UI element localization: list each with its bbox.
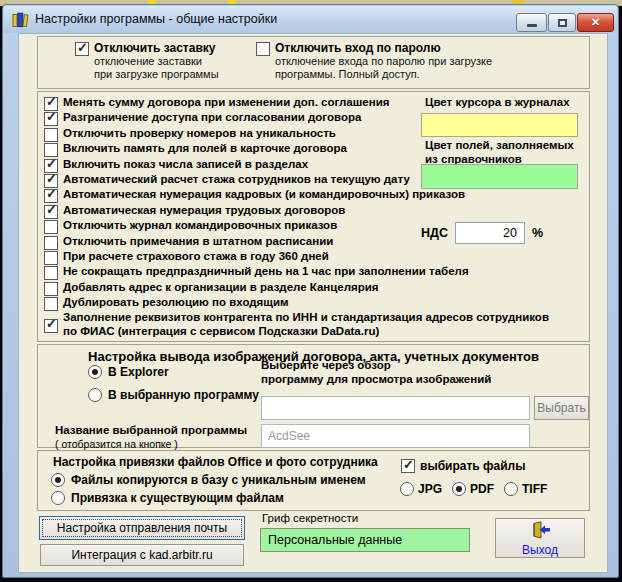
radio-custom-circle[interactable] (88, 388, 102, 402)
office-files-header: Настройка привязки файлов Office и фото … (53, 455, 378, 469)
cursor-color-swatch[interactable] (421, 113, 578, 137)
ref-fields-color-swatch[interactable] (421, 164, 578, 189)
close-icon: ✕ (591, 17, 600, 28)
vat-row: НДС 20 % (421, 222, 543, 244)
cursor-color-label: Цвет курсора в журналах (425, 96, 590, 110)
disable-splash-label: Отключить заставку (94, 42, 219, 55)
checkbox-label: Отключить журнал командировочных приказо… (63, 219, 337, 233)
settings-checkbox-row[interactable]: Автоматическая нумерация кадровых (и ком… (44, 188, 549, 203)
checkbox[interactable] (44, 266, 58, 280)
disable-password-checkbox[interactable] (256, 42, 270, 56)
radio-format-jpg[interactable]: JPG (400, 482, 442, 496)
vat-input[interactable]: 20 (455, 222, 525, 244)
kad-arbitr-button[interactable]: Интеграция с kad.arbitr.ru (40, 544, 244, 566)
books-app-icon (12, 12, 29, 28)
window-controls: ✕ (516, 13, 614, 32)
settings-checkbox-row[interactable]: При расчете страхового стажа в году 360 … (44, 250, 549, 265)
close-button[interactable]: ✕ (577, 13, 614, 32)
exit-button[interactable]: Выход (495, 518, 585, 558)
browse-program-label: Выберите через обзор программу для просм… (261, 359, 491, 386)
titlebar[interactable]: Настройки программы - общие настройки ✕ (4, 6, 617, 33)
window-title: Настройки программы - общие настройки (35, 12, 277, 26)
program-name-label: Название выбранной программы (55, 424, 247, 436)
client-area: Отключить заставку отключение заставки п… (18, 33, 608, 573)
disable-password-option[interactable]: Отключить вход по паролю отключение вход… (256, 42, 586, 80)
program-name-input[interactable]: AcdSee (261, 424, 530, 448)
checkbox-label: Разграничение доступа при согласовании д… (63, 111, 361, 125)
disable-password-desc-1: отключение входа по паролю при загрузке (275, 55, 492, 68)
mail-settings-button[interactable]: Настройка отправления почты (39, 516, 245, 540)
settings-window: Настройки программы - общие настройки ✕ … (2, 4, 619, 578)
maximize-button[interactable] (548, 13, 576, 32)
checkbox-label: Автоматический расчет стажа сотрудников … (63, 173, 410, 187)
group-office-files: Настройка привязки файлов Office и фото … (37, 450, 590, 511)
disable-splash-checkbox[interactable] (75, 42, 89, 56)
radio-copy-circle[interactable] (51, 473, 65, 487)
browse-button[interactable]: Выбрать (534, 396, 589, 420)
minimize-button[interactable] (516, 13, 547, 32)
checkbox[interactable] (44, 319, 58, 333)
exit-door-icon (530, 521, 551, 542)
checkbox-label: Включить память для полей в карточке дог… (63, 142, 347, 156)
settings-checkbox-row[interactable]: Дублировать резолюцию по входящим (44, 296, 549, 311)
maximize-icon (558, 19, 567, 27)
radio-explorer-circle[interactable] (88, 365, 102, 379)
checkbox[interactable] (44, 251, 58, 265)
radio-circle[interactable] (504, 482, 518, 496)
group-image-output: Настройка вывода изображений договора, а… (37, 344, 590, 448)
program-name-note: ( отобразится на кнопке ) (55, 438, 178, 450)
format-label: JPG (418, 482, 442, 496)
disable-splash-option[interactable]: Отключить заставку отключение заставки п… (75, 42, 250, 80)
checkbox[interactable] (44, 205, 58, 219)
radio-open-in-explorer[interactable]: В Explorer (88, 365, 169, 379)
pick-files-option[interactable]: выбирать файлы (401, 459, 525, 473)
group-startup-options: Отключить заставку отключение заставки п… (37, 36, 590, 89)
radio-link-circle[interactable] (51, 491, 65, 505)
vat-unit-label: % (532, 226, 543, 240)
pick-files-checkbox[interactable] (401, 459, 415, 473)
settings-checkbox-row[interactable]: Заполнение реквизитов контрагента по ИНН… (44, 311, 549, 339)
group-general-settings: Менять сумму договора при изменении доп.… (37, 91, 590, 342)
radio-open-in-custom-program[interactable]: В выбранную программу (88, 388, 259, 402)
radio-circle[interactable] (400, 482, 414, 496)
radio-format-tiff[interactable]: TIFF (504, 482, 547, 496)
checkbox-label: Не сокращать предпраздничный день на 1 ч… (63, 265, 469, 279)
settings-checkbox-row[interactable]: Не сокращать предпраздничный день на 1 ч… (44, 265, 549, 280)
format-options: JPGPDFTIFF (400, 482, 547, 496)
radio-copy-to-db[interactable]: Файлы копируются в базу с уникальным име… (51, 473, 366, 487)
vat-label: НДС (421, 226, 448, 240)
exit-button-label: Выход (522, 543, 558, 557)
checkbox-label: Заполнение реквизитов контрагента по ИНН… (63, 311, 549, 339)
checkbox-label: Отключить проверку номеров на уникальнос… (63, 127, 336, 141)
disable-password-desc-2: программы. Полный доступ. (275, 68, 492, 81)
format-label: TIFF (522, 482, 547, 496)
screen: Настройки программы - общие настройки ✕ … (0, 0, 622, 582)
checkbox[interactable] (44, 220, 58, 234)
checkbox[interactable] (44, 236, 58, 250)
minimize-icon (527, 24, 537, 27)
checkbox-label: При расчете страхового стажа в году 360 … (63, 250, 329, 264)
radio-format-pdf[interactable]: PDF (452, 482, 494, 496)
settings-checkbox-row[interactable]: Автоматическая нумерация трудовых догово… (44, 204, 549, 219)
format-label: PDF (470, 482, 494, 496)
checkbox-label: Добавлять адрес к организации в разделе … (63, 281, 379, 295)
disable-password-label: Отключить вход по паролю (275, 42, 492, 55)
checkbox-label: Включить показ числа записей в разделах (63, 158, 308, 172)
radio-link-existing[interactable]: Привязка к существующим файлам (51, 491, 284, 505)
secrecy-input[interactable]: Персональные данные (260, 528, 470, 552)
disable-splash-desc-2: при загрузке программы (94, 68, 219, 81)
disable-splash-desc-1: отключение заставки (94, 55, 219, 68)
checkbox[interactable] (44, 297, 58, 311)
checkbox-label: Автоматическая нумерация кадровых (и ком… (63, 188, 465, 202)
checkbox-label: Отключить примечания в штатном расписани… (63, 235, 333, 249)
checkbox[interactable] (44, 128, 58, 142)
browse-program-input[interactable] (261, 396, 530, 420)
radio-circle[interactable] (452, 482, 466, 496)
checkbox-label: Дублировать резолюцию по входящим (63, 296, 289, 310)
checkbox[interactable] (44, 282, 58, 296)
checkbox-label: Менять сумму договора при изменении доп.… (63, 96, 389, 110)
checkbox[interactable] (44, 112, 58, 126)
ref-fields-color-label: Цвет полей, заполняемых из справочников (425, 139, 590, 166)
secrecy-label: Гриф секретности (262, 512, 358, 524)
settings-checkbox-row[interactable]: Добавлять адрес к организации в разделе … (44, 281, 549, 296)
